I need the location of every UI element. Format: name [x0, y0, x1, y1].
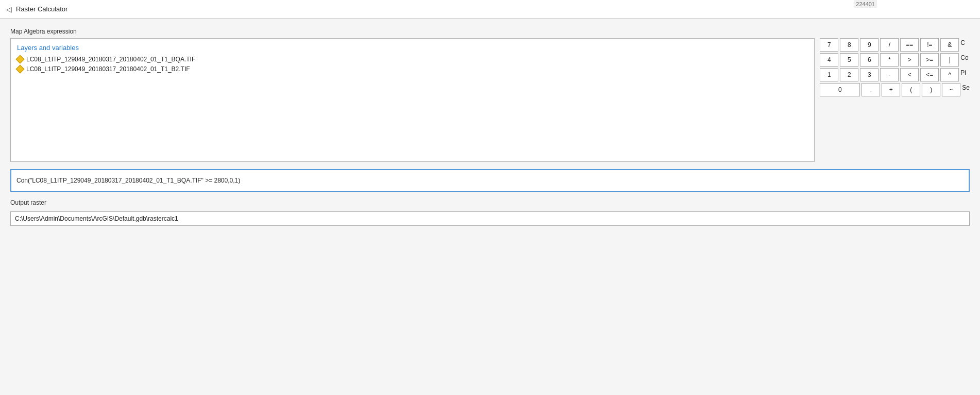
- diamond-icon-1: [16, 55, 25, 64]
- btn-lt[interactable]: <: [900, 68, 919, 81]
- btn-multiply[interactable]: *: [880, 53, 899, 67]
- btn-subtract[interactable]: -: [880, 68, 899, 81]
- btn-caret[interactable]: ^: [940, 68, 959, 81]
- right-panel-item-0: C: [960, 38, 965, 52]
- calc-row-4: 0 . + ( ) ~ Se: [820, 83, 970, 96]
- btn-rparen[interactable]: ): [922, 83, 940, 96]
- btn-6[interactable]: 6: [860, 53, 878, 67]
- layers-title: Layers and variables: [17, 44, 808, 52]
- btn-gte[interactable]: >=: [920, 53, 939, 67]
- right-panel-item-3: Se: [962, 83, 970, 96]
- layers-calc-row: Layers and variables LC08_L1ITP_129049_2…: [10, 38, 970, 162]
- btn-4[interactable]: 4: [820, 53, 838, 67]
- btn-divide[interactable]: /: [880, 38, 899, 52]
- btn-neq[interactable]: !=: [920, 38, 939, 52]
- btn-1[interactable]: 1: [820, 68, 838, 81]
- diamond-icon-2: [16, 65, 25, 74]
- layers-panel: Layers and variables LC08_L1ITP_129049_2…: [10, 38, 815, 162]
- btn-dot[interactable]: .: [861, 83, 880, 96]
- right-panel-item-1: Co: [960, 53, 968, 67]
- btn-gt[interactable]: >: [900, 53, 919, 67]
- output-raster-input[interactable]: [10, 211, 970, 226]
- right-panel-item-2: Pi: [960, 68, 966, 81]
- map-algebra-label: Map Algebra expression Layers and variab…: [10, 28, 970, 162]
- layer-name-2[interactable]: LC08_L1ITP_129049_20180317_20180402_01_T…: [26, 65, 190, 73]
- btn-lte[interactable]: <=: [920, 68, 939, 81]
- list-item[interactable]: LC08_L1ITP_129049_20180317_20180402_01_T…: [17, 56, 808, 63]
- calc-row-1: 7 8 9 / == != & C: [820, 38, 970, 52]
- btn-5[interactable]: 5: [840, 53, 858, 67]
- layer-name-1[interactable]: LC08_L1ITP_129049_20180317_20180402_01_T…: [26, 56, 195, 63]
- title-bar: ◁ Raster Calculator: [0, 0, 980, 19]
- output-section: Output raster: [10, 199, 970, 226]
- btn-and[interactable]: &: [940, 38, 959, 52]
- btn-3[interactable]: 3: [860, 68, 878, 81]
- top-hint: 224401: [854, 0, 877, 8]
- btn-eq[interactable]: ==: [900, 38, 919, 52]
- expression-input[interactable]: [10, 169, 970, 192]
- calc-row-2: 4 5 6 * > >= | Co: [820, 53, 970, 67]
- calc-row-3: 1 2 3 - < <= ^ Pi: [820, 68, 970, 81]
- calculator-section: 7 8 9 / == != & C 4 5 6 *: [820, 38, 970, 96]
- btn-tilde[interactable]: ~: [942, 83, 960, 96]
- list-item[interactable]: LC08_L1ITP_129049_20180317_20180402_01_T…: [17, 65, 808, 73]
- expression-section: [10, 169, 970, 192]
- btn-2[interactable]: 2: [840, 68, 858, 81]
- btn-add[interactable]: +: [882, 83, 900, 96]
- btn-8[interactable]: 8: [840, 38, 858, 52]
- back-icon: ◁: [6, 5, 12, 13]
- btn-9[interactable]: 9: [860, 38, 878, 52]
- btn-7[interactable]: 7: [820, 38, 838, 52]
- btn-0[interactable]: 0: [820, 83, 860, 96]
- output-label: Output raster: [10, 199, 970, 206]
- btn-lparen[interactable]: (: [902, 83, 920, 96]
- main-content: Map Algebra expression Layers and variab…: [0, 19, 980, 395]
- btn-or[interactable]: |: [940, 53, 959, 67]
- window-title: Raster Calculator: [16, 5, 67, 13]
